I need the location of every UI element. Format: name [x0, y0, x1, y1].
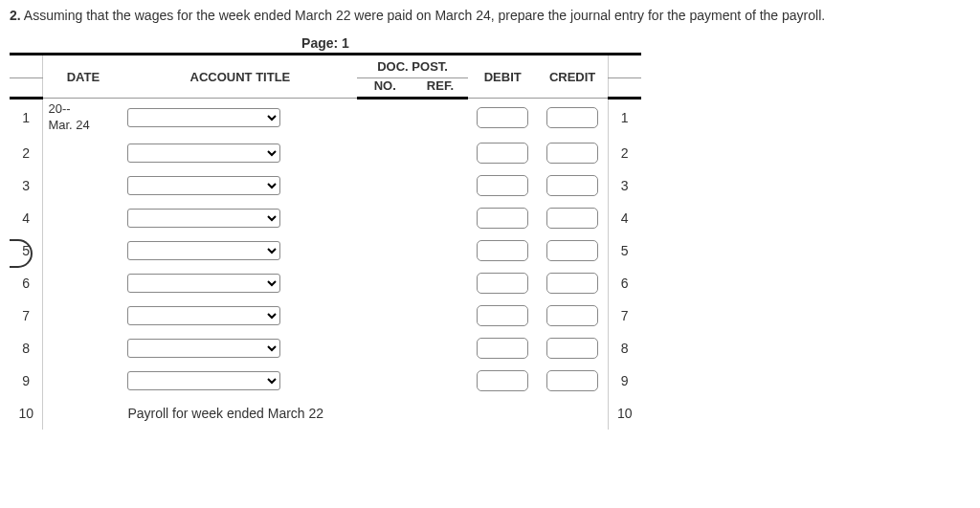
- payroll-note: Payroll for week ended March 22: [127, 406, 323, 421]
- header-doc-post: DOC. POST.: [357, 55, 467, 78]
- date-cell: [43, 137, 123, 169]
- credit-input[interactable]: [546, 305, 598, 326]
- doc-no-cell: [357, 332, 412, 364]
- table-row: 33: [10, 169, 641, 202]
- table-row: 55: [10, 234, 641, 267]
- post-ref-cell: [412, 364, 468, 397]
- account-title-select[interactable]: [127, 274, 280, 293]
- credit-cell: [538, 267, 608, 299]
- page-label: Page: 1: [10, 32, 641, 53]
- debit-cell: [468, 332, 538, 364]
- doc-no-cell: [357, 99, 412, 137]
- date-cell: [43, 299, 123, 332]
- debit-input[interactable]: [477, 208, 528, 229]
- question-text: 2. Assuming that the wages for the week …: [10, 6, 970, 26]
- account-title-cell: [122, 332, 357, 364]
- table-row: 77: [10, 299, 641, 332]
- row-number-left: 8: [10, 332, 43, 364]
- row-number-left: 4: [10, 202, 43, 234]
- account-title-select[interactable]: [127, 339, 280, 358]
- debit-input[interactable]: [477, 370, 528, 391]
- header-post-ref: REF.: [412, 78, 468, 99]
- debit-input[interactable]: [477, 305, 528, 326]
- account-title-cell: Payroll for week ended March 22: [122, 397, 357, 430]
- header-date: DATE: [43, 55, 123, 99]
- account-title-cell: [122, 234, 357, 267]
- credit-cell: [538, 332, 608, 364]
- table-row: 99: [10, 364, 641, 397]
- debit-cell: [468, 137, 538, 169]
- credit-input[interactable]: [546, 175, 598, 196]
- credit-input[interactable]: [546, 273, 598, 294]
- date-year: 20--: [48, 101, 118, 118]
- post-ref-cell: [412, 397, 468, 430]
- credit-input[interactable]: [546, 240, 598, 261]
- account-title-select[interactable]: [127, 108, 280, 127]
- post-ref-cell: [412, 169, 468, 202]
- debit-cell: [468, 267, 538, 299]
- header-blank-left: [10, 55, 43, 78]
- table-row: 66: [10, 267, 641, 299]
- doc-no-cell: [357, 267, 412, 299]
- account-title-cell: [122, 99, 357, 137]
- doc-no-cell: [357, 397, 412, 430]
- debit-cell: [468, 397, 538, 430]
- account-title-select[interactable]: [127, 306, 280, 325]
- table-row: 22: [10, 137, 641, 169]
- doc-no-cell: [357, 169, 412, 202]
- row-number-right: 8: [608, 332, 641, 364]
- credit-cell: [538, 364, 608, 397]
- debit-input[interactable]: [477, 107, 528, 128]
- table-row: 44: [10, 202, 641, 234]
- row-number-left: 3: [10, 169, 43, 202]
- row-number-right: 2: [608, 137, 641, 169]
- date-cell: [43, 202, 123, 234]
- date-cell: [43, 169, 123, 202]
- table-row: 10Payroll for week ended March 2210: [10, 397, 641, 430]
- debit-input[interactable]: [477, 273, 528, 294]
- credit-cell: [538, 202, 608, 234]
- doc-no-cell: [357, 202, 412, 234]
- credit-input[interactable]: [546, 370, 598, 391]
- row-number-right: 9: [608, 364, 641, 397]
- account-title-cell: [122, 364, 357, 397]
- debit-cell: [468, 169, 538, 202]
- credit-cell: [538, 299, 608, 332]
- date-cell: [43, 364, 123, 397]
- debit-cell: [468, 234, 538, 267]
- row-number-left: 6: [10, 267, 43, 299]
- row-number-right: 4: [608, 202, 641, 234]
- doc-no-cell: [357, 234, 412, 267]
- account-title-select[interactable]: [127, 144, 280, 163]
- credit-input[interactable]: [546, 338, 598, 359]
- header-debit: DEBIT: [468, 55, 538, 99]
- credit-input[interactable]: [546, 107, 598, 128]
- question-number: 2.: [10, 8, 21, 23]
- header-blank-right: [608, 55, 641, 78]
- debit-cell: [468, 299, 538, 332]
- account-title-select[interactable]: [127, 176, 280, 195]
- row-number-right: 6: [608, 267, 641, 299]
- debit-input[interactable]: [477, 338, 528, 359]
- credit-input[interactable]: [546, 143, 598, 164]
- header-doc-no: NO.: [357, 78, 412, 99]
- post-ref-cell: [412, 137, 468, 169]
- post-ref-cell: [412, 267, 468, 299]
- credit-input[interactable]: [546, 208, 598, 229]
- debit-input[interactable]: [477, 240, 528, 261]
- account-title-select[interactable]: [127, 241, 280, 260]
- account-title-select[interactable]: [127, 371, 280, 390]
- credit-cell: [538, 137, 608, 169]
- row-number-left: 10: [10, 397, 43, 430]
- post-ref-cell: [412, 234, 468, 267]
- debit-input[interactable]: [477, 143, 528, 164]
- debit-input[interactable]: [477, 175, 528, 196]
- table-row: 120--Mar. 241: [10, 99, 641, 137]
- header-account-title: ACCOUNT TITLE: [122, 55, 357, 99]
- credit-cell: [538, 234, 608, 267]
- date-cell: [43, 397, 123, 430]
- date-day: Mar. 24: [48, 118, 118, 134]
- account-title-select[interactable]: [127, 209, 280, 228]
- post-ref-cell: [412, 299, 468, 332]
- row-number-left: 5: [10, 234, 43, 267]
